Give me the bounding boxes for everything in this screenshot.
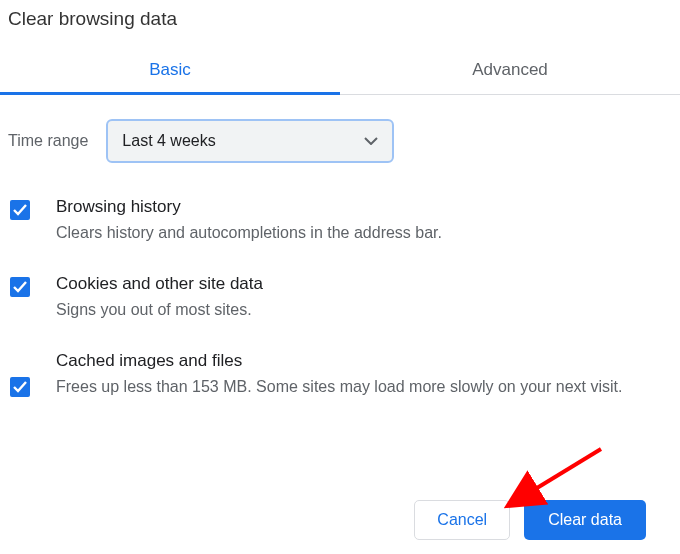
check-icon (13, 381, 27, 393)
checkbox-cookies[interactable] (10, 277, 30, 297)
option-title: Cookies and other site data (56, 274, 670, 294)
option-desc: Frees up less than 153 MB. Some sites ma… (56, 375, 670, 398)
chevron-down-icon (364, 137, 378, 145)
option-title: Browsing history (56, 197, 670, 217)
time-range-label: Time range (8, 132, 88, 150)
dialog-footer: Cancel Clear data (414, 500, 646, 540)
time-range-select[interactable]: Last 4 weeks (106, 119, 394, 163)
option-desc: Clears history and autocompletions in th… (56, 221, 670, 244)
clear-data-button[interactable]: Clear data (524, 500, 646, 540)
time-range-value: Last 4 weeks (122, 132, 215, 150)
check-icon (13, 281, 27, 293)
option-browsing-history: Browsing history Clears history and auto… (8, 197, 672, 274)
checkbox-browsing-history[interactable] (10, 200, 30, 220)
option-desc: Signs you out of most sites. (56, 298, 670, 321)
option-cached: Cached images and files Frees up less th… (8, 351, 672, 428)
option-cookies: Cookies and other site data Signs you ou… (8, 274, 672, 351)
option-title: Cached images and files (56, 351, 670, 371)
dialog-title: Clear browsing data (0, 0, 680, 48)
cancel-button[interactable]: Cancel (414, 500, 510, 540)
tabs: Basic Advanced (0, 48, 680, 95)
checkbox-cached[interactable] (10, 377, 30, 397)
svg-line-0 (514, 449, 601, 502)
tab-advanced[interactable]: Advanced (340, 48, 680, 94)
check-icon (13, 204, 27, 216)
tab-basic[interactable]: Basic (0, 48, 340, 94)
